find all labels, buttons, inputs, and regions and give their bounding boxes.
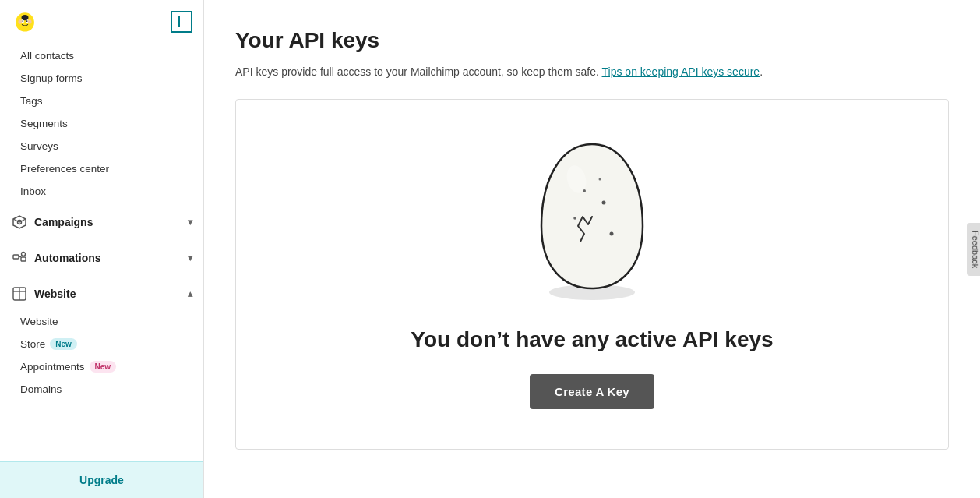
automations-section: Automations ▾ bbox=[0, 242, 203, 274]
automations-chevron-icon: ▾ bbox=[188, 253, 192, 263]
empty-state-title: You don’t have any active API keys bbox=[411, 327, 773, 352]
sidebar-item-appointments[interactable]: Appointments New bbox=[0, 355, 203, 378]
svg-point-21 bbox=[573, 217, 576, 220]
contacts-sub-items: All contacts Signup forms Tags Segments … bbox=[0, 44, 203, 203]
store-new-badge: New bbox=[50, 338, 77, 350]
sidebar-item-segments[interactable]: Segments bbox=[0, 112, 203, 135]
upgrade-label: Upgrade bbox=[79, 474, 124, 486]
appointments-new-badge: New bbox=[90, 361, 117, 373]
feedback-tab[interactable]: Feedback bbox=[967, 222, 980, 275]
upgrade-bar[interactable]: Upgrade bbox=[0, 461, 203, 498]
create-key-button[interactable]: Create A Key bbox=[530, 374, 654, 409]
automations-icon bbox=[11, 249, 28, 267]
sidebar-item-signup-forms[interactable]: Signup forms bbox=[0, 67, 203, 90]
svg-point-22 bbox=[599, 178, 601, 180]
sidebar-item-surveys[interactable]: Surveys bbox=[0, 135, 203, 157]
svg-point-13 bbox=[22, 253, 26, 256]
website-chevron-icon: ▴ bbox=[188, 288, 192, 299]
website-icon bbox=[11, 285, 28, 302]
sidebar-header bbox=[0, 0, 203, 44]
campaigns-label: Campaigns bbox=[34, 216, 182, 228]
campaigns-section-header[interactable]: Campaigns ▾ bbox=[0, 206, 203, 238]
campaigns-section: Campaigns ▾ bbox=[0, 206, 203, 238]
main-content: Your API keys API keys provide full acce… bbox=[204, 0, 980, 498]
sidebar-item-preferences-center[interactable]: Preferences center bbox=[0, 157, 203, 180]
sidebar-nav: All contacts Signup forms Tags Segments … bbox=[0, 44, 203, 461]
svg-point-9 bbox=[28, 19, 32, 23]
campaigns-chevron-icon: ▾ bbox=[188, 217, 192, 228]
svg-point-5 bbox=[22, 20, 23, 22]
sidebar: All contacts Signup forms Tags Segments … bbox=[0, 0, 204, 498]
api-keys-secure-link[interactable]: Tips on keeping API keys secure bbox=[602, 65, 760, 78]
svg-point-6 bbox=[26, 20, 28, 22]
svg-point-7 bbox=[22, 15, 29, 20]
mailchimp-logo-icon bbox=[11, 8, 39, 36]
campaigns-icon bbox=[11, 214, 28, 231]
website-label: Website bbox=[34, 288, 182, 300]
api-keys-card: You don’t have any active API keys Creat… bbox=[235, 99, 949, 450]
egg-illustration bbox=[522, 132, 662, 304]
sidebar-item-website[interactable]: Website bbox=[0, 310, 203, 333]
website-section: Website ▴ Website Store New Appointments… bbox=[0, 277, 203, 401]
svg-point-8 bbox=[18, 19, 22, 23]
sidebar-item-tags[interactable]: Tags bbox=[0, 90, 203, 112]
sidebar-item-domains[interactable]: Domains bbox=[0, 378, 203, 401]
page-title: Your API keys bbox=[235, 28, 949, 53]
sidebar-item-store[interactable]: Store New bbox=[0, 333, 203, 355]
svg-point-20 bbox=[610, 231, 614, 235]
automations-label: Automations bbox=[34, 252, 182, 264]
sidebar-item-inbox[interactable]: Inbox bbox=[0, 180, 203, 203]
page-description: API keys provide full access to your Mai… bbox=[235, 64, 949, 80]
svg-rect-12 bbox=[21, 257, 26, 261]
svg-point-18 bbox=[602, 200, 606, 204]
website-section-header[interactable]: Website ▴ bbox=[0, 277, 203, 310]
sidebar-item-all-contacts[interactable]: All contacts bbox=[0, 44, 203, 67]
sidebar-toggle-button[interactable] bbox=[171, 11, 192, 33]
svg-rect-11 bbox=[13, 255, 19, 259]
automations-section-header[interactable]: Automations ▾ bbox=[0, 242, 203, 274]
